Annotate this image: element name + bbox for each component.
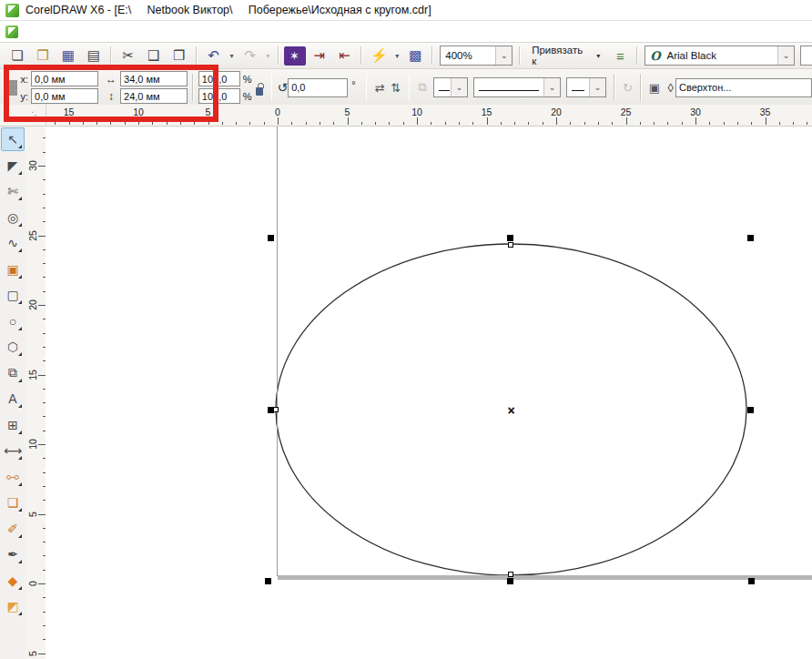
save-button[interactable]: ▦ xyxy=(56,46,80,66)
text-tool[interactable]: A xyxy=(1,387,25,411)
copy-button[interactable]: ❑ xyxy=(142,46,166,66)
ruler-number: 5 xyxy=(198,106,218,117)
ruler-tick xyxy=(640,122,641,125)
zoom-level-combobox[interactable]: 400%⌄ xyxy=(440,46,513,66)
interactive-fill-tool[interactable]: ◩ xyxy=(1,594,25,618)
paste-button[interactable]: ❒ xyxy=(167,46,191,66)
snap-to-button[interactable]: Привязать к▾ xyxy=(526,46,605,66)
ruler-tick xyxy=(431,122,431,125)
undo-dropdown[interactable]: ▾ xyxy=(227,46,238,66)
ruler-tick xyxy=(528,122,529,125)
search-content-button[interactable]: ✶ xyxy=(284,46,306,66)
ruler-number: 5 xyxy=(25,508,43,521)
welcome-screen-button[interactable]: ▩ xyxy=(403,46,427,66)
pick-tool[interactable]: ↖ xyxy=(1,127,25,151)
font-list-combobox[interactable]: OArial Black⌄ xyxy=(645,46,795,66)
object-width-input[interactable] xyxy=(120,71,188,86)
basic-shapes-tool[interactable]: ⧉ xyxy=(1,361,25,385)
selection-handle[interactable] xyxy=(748,578,755,584)
ruler-tick xyxy=(667,122,668,125)
ellipse-node[interactable] xyxy=(508,572,513,577)
application-launcher-dropdown[interactable]: ▾ xyxy=(391,46,402,66)
selection-handle[interactable] xyxy=(268,235,274,241)
ruler-tick xyxy=(556,117,557,125)
export-button[interactable]: ⇤ xyxy=(332,46,356,66)
ruler-tick xyxy=(695,117,696,125)
x-position-input[interactable] xyxy=(31,71,98,86)
drawing-canvas[interactable]: × xyxy=(46,126,812,659)
options-button[interactable]: ≡ xyxy=(608,46,632,66)
selection-handle[interactable] xyxy=(507,235,513,241)
outline-start-combobox[interactable]: ⌄ xyxy=(433,77,468,97)
table-tool[interactable]: ⊞ xyxy=(1,413,25,437)
ruler-tick xyxy=(361,122,362,125)
outline-pen-tool[interactable]: ✒ xyxy=(1,542,25,566)
import-button[interactable]: ⇥ xyxy=(308,46,331,66)
undo-button[interactable]: ↶ xyxy=(202,46,226,66)
object-center-mark[interactable]: × xyxy=(508,406,515,415)
dimension-tool[interactable]: ⟷ xyxy=(1,439,25,462)
fill-tool[interactable]: ◆ xyxy=(1,569,25,593)
ruler-tick xyxy=(278,117,279,125)
cut-button[interactable]: ✂ xyxy=(117,46,140,66)
selection-handle[interactable] xyxy=(747,235,754,241)
ruler-tick xyxy=(96,122,97,125)
chevron-down-icon: ▾ xyxy=(596,52,600,60)
rectangle-tool[interactable]: ▢ xyxy=(1,283,25,307)
zoom-tool[interactable]: ◎ xyxy=(1,206,25,229)
shape-tool[interactable]: ◤ xyxy=(1,154,25,177)
ruler-number: 10 xyxy=(25,438,43,451)
chevron-down-icon[interactable]: ⌄ xyxy=(777,46,794,65)
scale-y-input[interactable] xyxy=(198,88,240,104)
chevron-down-icon[interactable]: ⌄ xyxy=(495,46,512,65)
selection-handle[interactable] xyxy=(507,578,513,584)
to-front-of-layer-button[interactable]: ▣ xyxy=(646,77,663,97)
scale-x-input[interactable] xyxy=(198,71,240,86)
polygon-tool[interactable]: ⬡ xyxy=(1,335,25,359)
outline-style-combobox[interactable]: ⌄ xyxy=(473,77,561,97)
print-button[interactable]: ▤ xyxy=(82,46,106,66)
object-height-input[interactable] xyxy=(120,88,188,104)
ruler-origin-icon[interactable]: ⋱ xyxy=(25,105,46,125)
mirror-vertical-button[interactable]: ⇅ xyxy=(388,77,404,97)
selection-handle[interactable] xyxy=(265,578,271,584)
mirror-horizontal-button[interactable]: ⇄ xyxy=(371,77,388,97)
close-curve-button: ↻ xyxy=(620,77,636,97)
ruler-tick xyxy=(709,122,710,125)
ruler-tick xyxy=(612,122,613,125)
new-document-button[interactable]: ❏ xyxy=(5,46,29,66)
ellipse-node[interactable] xyxy=(273,407,279,412)
smart-fill-tool[interactable]: ▣ xyxy=(1,258,25,281)
toolbar-separator xyxy=(110,46,112,65)
ruler-tick xyxy=(389,122,390,125)
outline-end-combobox[interactable]: ⌄ xyxy=(566,77,606,97)
open-button[interactable]: ❐ xyxy=(31,46,55,66)
ruler-tick xyxy=(543,122,543,125)
ruler-tick xyxy=(766,117,766,125)
ellipse-tool[interactable]: ○ xyxy=(1,309,25,333)
outline-pen-icon: ◊ xyxy=(666,81,675,95)
rotation-angle-input[interactable] xyxy=(288,78,348,97)
ellipse-node[interactable] xyxy=(508,242,513,248)
ruler-tick xyxy=(291,122,292,125)
scale-fields: % % xyxy=(198,71,252,104)
lock-ratio-icon[interactable] xyxy=(256,87,263,96)
toolbar-separator xyxy=(431,46,433,65)
ruler-tick xyxy=(459,122,460,125)
document-icon xyxy=(5,25,18,38)
ruler-tick xyxy=(487,117,488,125)
convert-to-curves-button: ⧉ xyxy=(414,77,431,97)
ruler-tick xyxy=(208,117,209,125)
freehand-tool[interactable]: ∿ xyxy=(1,231,25,255)
outline-width-input[interactable] xyxy=(675,78,812,97)
y-position-input[interactable] xyxy=(31,88,98,104)
application-launcher-button[interactable]: ⚡ xyxy=(367,46,391,66)
selection-handle[interactable] xyxy=(747,407,754,413)
ruler-tick xyxy=(375,122,376,125)
crop-tool[interactable]: ✄ xyxy=(1,179,25,203)
connector-tool[interactable]: ⧟ xyxy=(1,465,25,489)
ruler-number: 20 xyxy=(546,106,566,117)
color-eyedropper-tool[interactable]: ✐ xyxy=(1,517,25,541)
drop-shadow-tool[interactable]: ❏ xyxy=(1,491,25,514)
ruler-tick xyxy=(138,117,139,125)
